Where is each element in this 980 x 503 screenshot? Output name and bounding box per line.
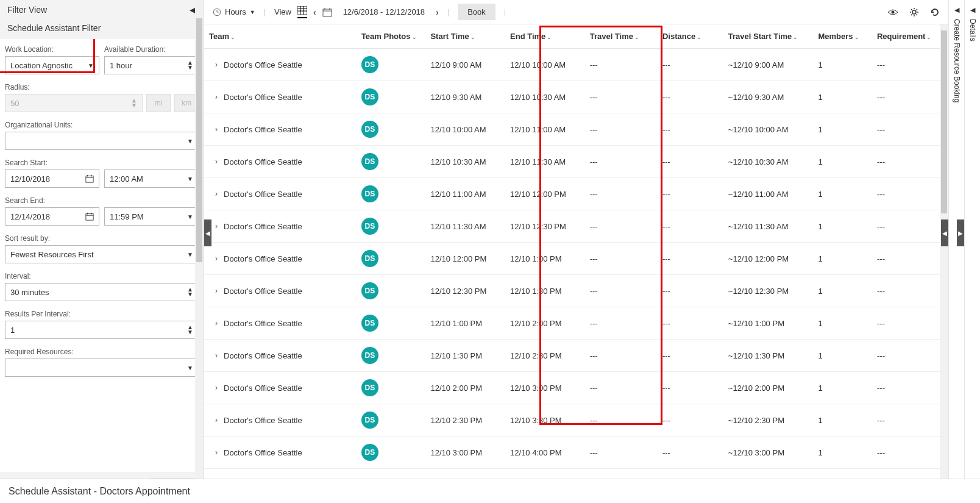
eye-icon[interactable] <box>887 8 898 16</box>
cell-travel-start: ~12/10 11:30 AM <box>723 210 814 243</box>
next-icon[interactable]: › <box>436 7 439 17</box>
svg-rect-16 <box>323 9 332 16</box>
spinner-icon: ▲▼ <box>187 60 193 70</box>
col-members[interactable]: Members⌄ <box>813 24 872 49</box>
available-duration-input[interactable]: 1 hour ▲▼ <box>104 56 199 74</box>
table-row[interactable]: ›Doctor's Office SeattleDS12/10 1:00 PM1… <box>204 307 948 340</box>
cell-distance: --- <box>658 81 723 113</box>
chevron-right-icon[interactable]: › <box>215 351 218 360</box>
hours-dropdown[interactable]: Hours ▼ <box>213 7 255 16</box>
chevron-right-icon[interactable]: › <box>215 319 218 327</box>
chevron-right-icon[interactable]: › <box>215 60 218 69</box>
cell-end: 12/10 2:00 PM <box>505 307 585 340</box>
avatar: DS <box>361 412 378 429</box>
main-scrollbar[interactable] <box>940 24 948 481</box>
cell-end: 12/10 11:00 AM <box>505 113 585 146</box>
avatar: DS <box>361 282 378 299</box>
avatar: DS <box>361 347 378 364</box>
chevron-right-icon[interactable]: › <box>215 254 218 263</box>
cell-start: 12/10 1:00 PM <box>425 307 505 340</box>
filter-subtitle: Schedule Assistant Filter <box>0 20 204 39</box>
cell-members: 1 <box>813 340 872 372</box>
search-start-date[interactable]: 12/10/2018 <box>5 169 99 188</box>
search-end-time[interactable]: 11:59 PM ▼ <box>104 207 199 226</box>
cell-distance: --- <box>658 340 723 372</box>
cell-distance: --- <box>658 49 723 81</box>
cell-travel-start: ~12/10 1:00 PM <box>723 307 814 340</box>
table-row[interactable]: ›Doctor's Office SeattleDS12/10 9:00 AM1… <box>204 49 948 81</box>
required-resources-label: Required Resources: <box>5 348 199 356</box>
search-start-time[interactable]: 12:00 AM ▼ <box>104 169 199 188</box>
left-scrollbar[interactable] <box>195 0 204 479</box>
col-end[interactable]: End Time⌄ <box>505 24 585 49</box>
col-photos[interactable]: Team Photos⌄ <box>357 24 426 49</box>
table-row[interactable]: ›Doctor's Office SeattleDS12/10 10:00 AM… <box>204 113 948 146</box>
table-row[interactable]: ›Doctor's Office SeattleDS12/10 1:30 PM1… <box>204 340 948 372</box>
caret-down-icon: ▼ <box>187 213 193 220</box>
col-team[interactable]: Team⌄ <box>204 24 357 49</box>
required-resources-select[interactable]: ▼ <box>5 359 199 377</box>
gear-icon[interactable] <box>909 7 919 17</box>
book-button[interactable]: Book <box>458 4 495 20</box>
chevron-right-icon[interactable]: › <box>215 222 218 230</box>
chevron-right-icon[interactable]: › <box>215 125 218 134</box>
grid-view-icon[interactable] <box>297 6 307 18</box>
cell-distance: --- <box>658 113 723 146</box>
cell-end: 12/10 10:30 AM <box>505 81 585 113</box>
table-row[interactable]: ›Doctor's Office SeattleDS12/10 10:30 AM… <box>204 146 948 178</box>
table-row[interactable]: ›Doctor's Office SeattleDS12/10 12:00 PM… <box>204 243 948 275</box>
col-distance[interactable]: Distance⌄ <box>658 24 723 49</box>
work-location-select[interactable]: Location Agnostic ▼ <box>5 56 99 74</box>
prev-icon[interactable]: ‹ <box>313 7 316 17</box>
chevron-right-icon[interactable]: › <box>215 157 218 166</box>
rail-create-booking[interactable]: ◀ Create Resource Booking <box>948 0 964 503</box>
table-row[interactable]: ›Doctor's Office SeattleDS12/10 9:30 AM1… <box>204 81 948 113</box>
avatar: DS <box>361 444 378 461</box>
interval-input[interactable]: 30 minutes ▲▼ <box>5 283 199 301</box>
table-row[interactable]: ›Doctor's Office SeattleDS12/10 2:30 PM1… <box>204 404 948 437</box>
cell-members: 1 <box>813 113 872 146</box>
table-row[interactable]: ›Doctor's Office SeattleDS12/10 2:00 PM1… <box>204 372 948 404</box>
col-travel-start[interactable]: Travel Start Time⌄ <box>723 24 814 49</box>
cell-distance: --- <box>658 243 723 275</box>
cell-distance: --- <box>658 146 723 178</box>
cell-members: 1 <box>813 49 872 81</box>
chevron-right-icon[interactable]: › <box>215 448 218 457</box>
cell-distance: --- <box>658 307 723 340</box>
col-requirement[interactable]: Requirement⌄ <box>872 24 948 49</box>
cell-requirement: --- <box>872 275 948 307</box>
cell-members: 1 <box>813 243 872 275</box>
radius-unit-mi: mi <box>146 94 171 112</box>
table-row[interactable]: ›Doctor's Office SeattleDS12/10 12:30 PM… <box>204 275 948 307</box>
cell-travel-start: ~12/10 10:00 AM <box>723 113 814 146</box>
panel-collapse-handle-left[interactable]: ◀ <box>204 219 211 246</box>
cell-start: 12/10 10:30 AM <box>425 146 505 178</box>
caret-down-icon: ▼ <box>250 9 255 15</box>
table-row[interactable]: ›Doctor's Office SeattleDS12/10 3:00 PM1… <box>204 437 948 469</box>
table-row[interactable]: ›Doctor's Office SeattleDS12/10 11:30 AM… <box>204 210 948 243</box>
table-row[interactable]: ›Doctor's Office SeattleDS12/10 11:00 AM… <box>204 178 948 210</box>
filter-view-title: Filter View <box>7 5 47 15</box>
chevron-right-icon[interactable]: › <box>215 416 218 424</box>
cell-end: 12/10 3:30 PM <box>505 404 585 437</box>
team-name: Doctor's Office Seattle <box>224 383 302 393</box>
chevron-right-icon[interactable]: › <box>215 190 218 198</box>
chevron-right-icon[interactable]: › <box>215 287 218 295</box>
team-name: Doctor's Office Seattle <box>224 254 302 263</box>
refresh-icon[interactable] <box>930 7 940 17</box>
col-travel[interactable]: Travel Time⌄ <box>585 24 658 49</box>
col-start[interactable]: Start Time⌄ <box>425 24 505 49</box>
chevron-right-icon[interactable]: › <box>215 93 218 101</box>
org-units-select[interactable]: ▼ <box>5 132 199 150</box>
panel-collapse-handle-right-1[interactable]: ◀ <box>941 219 948 246</box>
caret-down-icon: ▼ <box>187 365 193 371</box>
search-end-date[interactable]: 12/14/2018 <box>5 207 99 226</box>
chevron-right-icon[interactable]: › <box>215 383 218 392</box>
results-per-interval-input[interactable]: 1 ▲▼ <box>5 321 199 339</box>
calendar-icon[interactable] <box>322 7 332 17</box>
spinner-icon: ▲▼ <box>187 325 193 335</box>
sort-by-select[interactable]: Fewest Resources First ▼ <box>5 245 199 263</box>
rail-details[interactable]: ◀ Details <box>964 0 980 503</box>
panel-collapse-handle-right-2[interactable]: ▶ <box>957 219 964 246</box>
cell-end: 12/10 4:00 PM <box>505 437 585 469</box>
